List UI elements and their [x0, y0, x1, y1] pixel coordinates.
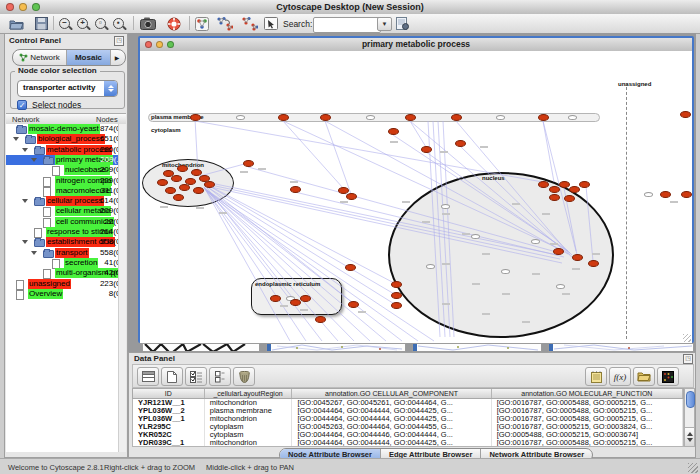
- tree-item-primary-metabo[interactable]: primary metabo209(...: [6, 155, 126, 165]
- unhighlighted-node[interactable]: [471, 234, 480, 239]
- function-builder-icon[interactable]: f(x): [609, 367, 631, 386]
- table-row[interactable]: YPL036W__2plasma membrane[GO:0044464, GO…: [133, 407, 683, 415]
- expand-arrow-icon[interactable]: [22, 240, 28, 244]
- tree-item-establishment-of-lo[interactable]: establishment of lo558(0): [6, 237, 126, 247]
- gene-node[interactable]: [290, 299, 301, 306]
- create-attribute-icon[interactable]: [161, 367, 183, 386]
- unselect-attributes-icon[interactable]: [209, 367, 231, 386]
- gene-node[interactable]: [346, 193, 357, 200]
- tree-item-nitrogen-compo[interactable]: nitrogen compo209(0): [6, 176, 126, 186]
- gene-node[interactable]: [348, 301, 359, 308]
- tab-mosaic[interactable]: Mosaic: [67, 50, 111, 65]
- tree-item-response-to-stimul[interactable]: response to stimul264(0): [6, 227, 126, 237]
- table-row[interactable]: YPL036W__1mitochondrion[GO:0044464, GO:0…: [133, 415, 683, 423]
- tab-overflow-arrow[interactable]: ▶: [111, 50, 123, 65]
- tree-item-unassigned[interactable]: unassigned223(0): [6, 279, 126, 289]
- tree-item-transport[interactable]: transport558(0): [6, 248, 126, 258]
- gene-node[interactable]: [538, 181, 549, 188]
- open-file-icon[interactable]: [8, 15, 25, 32]
- gene-node[interactable]: [579, 181, 590, 188]
- attribute-matrix-icon[interactable]: [657, 367, 679, 386]
- select-nodes-checkbox[interactable]: ✓: [17, 100, 27, 110]
- table-scrollbar[interactable]: [684, 388, 695, 447]
- scrollbar-arrows[interactable]: [685, 427, 694, 446]
- column-header-3[interactable]: annotation.GO MOLECULAR_FUNCTION: [492, 389, 683, 398]
- gene-node[interactable]: [165, 187, 176, 194]
- zoom-window-button[interactable]: [32, 3, 40, 11]
- unhighlighted-node[interactable]: [366, 115, 375, 120]
- gene-node[interactable]: [680, 111, 691, 118]
- snapshot-camera-icon[interactable]: [139, 15, 156, 32]
- float-panel-icon[interactable]: ◳: [683, 354, 693, 364]
- window-minimize-button[interactable]: [156, 41, 163, 48]
- unhighlighted-node[interactable]: [531, 239, 540, 244]
- background-window-fragment[interactable]: [548, 343, 694, 352]
- gene-node[interactable]: [278, 114, 289, 121]
- table-row[interactable]: YLR295Ccytoplasm[GO:0045263, GO:0044464,…: [133, 423, 683, 431]
- gene-node[interactable]: [660, 191, 671, 198]
- gene-node[interactable]: [391, 292, 402, 299]
- gene-node[interactable]: [388, 128, 399, 135]
- gene-node[interactable]: [204, 181, 215, 188]
- gene-node[interactable]: [173, 194, 184, 201]
- table-row[interactable]: YDR039C__1mitochondrion[GO:0044464, GO:0…: [133, 439, 683, 447]
- gene-node[interactable]: [290, 186, 301, 193]
- column-header-2[interactable]: annotation.GO CELLULAR_COMPONENT: [292, 389, 491, 398]
- annotation-icon[interactable]: [262, 15, 279, 32]
- network-window-titlebar[interactable]: primary metabolic process: [140, 38, 692, 52]
- tree-item-biological-process[interactable]: biological_process651(0): [6, 134, 126, 144]
- layout-network-alt-icon[interactable]: [241, 15, 258, 32]
- network-canvas[interactable]: plasma membrane cytoplasm mitochondrion …: [140, 51, 692, 343]
- unhighlighted-node[interactable]: [556, 284, 565, 289]
- gene-node[interactable]: [538, 114, 549, 121]
- gene-node[interactable]: [405, 114, 416, 121]
- delete-attribute-icon[interactable]: [233, 367, 255, 386]
- gene-node[interactable]: [391, 281, 402, 288]
- column-header-0[interactable]: ID: [133, 389, 205, 398]
- tree-item-nucleobase-[interactable]: nucleobase-209(0): [6, 165, 126, 175]
- help-lifesaver-icon[interactable]: [165, 15, 182, 32]
- scrollbar-thumb[interactable]: [686, 391, 695, 408]
- gene-node[interactable]: [681, 191, 692, 198]
- save-session-icon[interactable]: [33, 15, 50, 32]
- expand-arrow-icon[interactable]: [22, 148, 28, 152]
- tree-item-cell-communicat[interactable]: cell communicat22(0): [6, 217, 126, 227]
- gene-node[interactable]: [190, 114, 201, 121]
- unhighlighted-node[interactable]: [644, 192, 653, 197]
- gene-node[interactable]: [179, 184, 190, 191]
- window-resize-grip[interactable]: [683, 334, 691, 342]
- gene-node[interactable]: [564, 195, 575, 202]
- expand-arrow-icon[interactable]: [13, 137, 19, 141]
- column-header-1[interactable]: _cellularLayoutRegion: [205, 389, 293, 398]
- expand-arrow-icon[interactable]: [31, 158, 37, 162]
- gene-node[interactable]: [177, 165, 188, 172]
- window-close-button[interactable]: [145, 41, 152, 48]
- unhighlighted-node[interactable]: [496, 115, 505, 120]
- gene-node[interactable]: [559, 181, 570, 188]
- attribute-editor-icon[interactable]: [585, 367, 607, 386]
- gene-node[interactable]: [569, 186, 580, 193]
- gene-node[interactable]: [315, 316, 326, 323]
- import-attributes-icon[interactable]: [633, 367, 655, 386]
- gene-node[interactable]: [451, 114, 462, 121]
- minimize-button[interactable]: [19, 3, 27, 11]
- node-color-select[interactable]: transporter activity: [17, 80, 118, 97]
- gene-node[interactable]: [549, 186, 560, 193]
- gene-node[interactable]: [243, 160, 254, 167]
- gene-node[interactable]: [549, 194, 560, 201]
- search-input[interactable]: [313, 17, 381, 33]
- unhighlighted-node[interactable]: [441, 204, 450, 209]
- tree-item-multi-organism-pro[interactable]: multi-organism pro42(0): [6, 268, 126, 278]
- zoom-out-icon[interactable]: −: [56, 15, 73, 32]
- gene-node[interactable]: [421, 146, 432, 153]
- tree-scrollbar[interactable]: [118, 124, 126, 452]
- gene-node[interactable]: [391, 302, 402, 309]
- expand-arrow-icon[interactable]: [22, 199, 28, 203]
- gene-node[interactable]: [320, 114, 331, 121]
- vizmapper-icon[interactable]: [193, 15, 210, 32]
- tree-item-cellular-metabo[interactable]: cellular metabo209(0): [6, 206, 126, 216]
- background-window-fragment[interactable]: [412, 343, 542, 352]
- table-row[interactable]: YJR121W__1mitochondrion[GO:0045267, GO:0…: [133, 399, 683, 407]
- gene-node[interactable]: [572, 254, 583, 261]
- gene-node[interactable]: [300, 295, 311, 302]
